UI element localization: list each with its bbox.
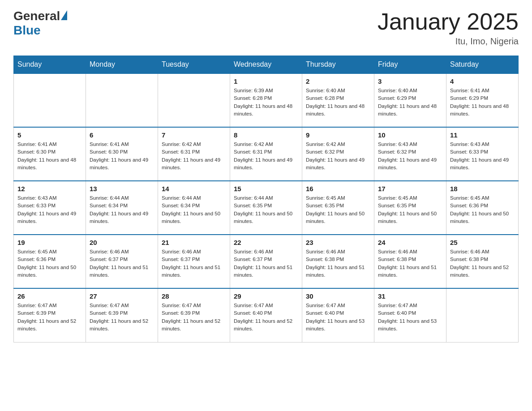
calendar-cell: 15Sunrise: 6:44 AMSunset: 6:35 PMDayligh…: [230, 181, 302, 235]
day-info: Sunrise: 6:43 AMSunset: 6:32 PMDaylight:…: [378, 141, 442, 171]
calendar-cell: 3Sunrise: 6:40 AMSunset: 6:29 PMDaylight…: [374, 73, 446, 127]
day-info: Sunrise: 6:45 AMSunset: 6:36 PMDaylight:…: [17, 248, 82, 279]
day-of-week-header: Tuesday: [158, 56, 230, 74]
day-number: 29: [234, 292, 298, 300]
calendar-week-row: 5Sunrise: 6:41 AMSunset: 6:30 PMDaylight…: [14, 127, 519, 181]
day-number: 24: [378, 239, 442, 246]
day-info: Sunrise: 6:44 AMSunset: 6:34 PMDaylight:…: [162, 194, 226, 225]
calendar-week-row: 12Sunrise: 6:43 AMSunset: 6:33 PMDayligh…: [14, 181, 519, 235]
calendar-week-row: 1Sunrise: 6:39 AMSunset: 6:28 PMDaylight…: [14, 73, 519, 127]
calendar-body: 1Sunrise: 6:39 AMSunset: 6:28 PMDaylight…: [14, 73, 519, 342]
day-number: 19: [17, 239, 82, 246]
calendar-cell: 5Sunrise: 6:41 AMSunset: 6:30 PMDaylight…: [14, 127, 86, 181]
calendar-cell: 1Sunrise: 6:39 AMSunset: 6:28 PMDaylight…: [230, 73, 302, 127]
day-number: 15: [234, 185, 298, 193]
logo: General Blue: [13, 9, 67, 38]
day-info: Sunrise: 6:42 AMSunset: 6:31 PMDaylight:…: [162, 141, 226, 171]
day-number: 12: [17, 185, 82, 193]
day-info: Sunrise: 6:39 AMSunset: 6:28 PMDaylight:…: [234, 87, 298, 118]
day-number: 5: [17, 131, 82, 139]
calendar-cell: 4Sunrise: 6:41 AMSunset: 6:29 PMDaylight…: [446, 73, 519, 127]
day-info: Sunrise: 6:41 AMSunset: 6:30 PMDaylight:…: [17, 141, 82, 171]
day-of-week-header: Wednesday: [230, 56, 302, 74]
day-of-week-header: Monday: [86, 56, 158, 74]
calendar-header: SundayMondayTuesdayWednesdayThursdayFrid…: [14, 56, 519, 74]
day-of-week-header: Saturday: [446, 56, 519, 74]
calendar-cell: 27Sunrise: 6:47 AMSunset: 6:39 PMDayligh…: [86, 288, 158, 342]
day-number: 26: [17, 292, 82, 300]
page-header: General Blue January 2025 Itu, Imo, Nige…: [13, 9, 519, 47]
day-info: Sunrise: 6:42 AMSunset: 6:32 PMDaylight:…: [306, 141, 370, 171]
calendar-cell: [158, 73, 230, 127]
calendar-cell: 20Sunrise: 6:46 AMSunset: 6:37 PMDayligh…: [86, 235, 158, 288]
day-number: 17: [378, 185, 442, 193]
day-info: Sunrise: 6:44 AMSunset: 6:35 PMDaylight:…: [234, 194, 298, 225]
day-number: 23: [306, 239, 370, 246]
day-number: 21: [162, 239, 226, 246]
calendar-cell: 26Sunrise: 6:47 AMSunset: 6:39 PMDayligh…: [14, 288, 86, 342]
day-number: 18: [450, 185, 515, 193]
day-info: Sunrise: 6:41 AMSunset: 6:29 PMDaylight:…: [450, 87, 515, 118]
calendar-week-row: 19Sunrise: 6:45 AMSunset: 6:36 PMDayligh…: [14, 235, 519, 288]
calendar-cell: 28Sunrise: 6:47 AMSunset: 6:39 PMDayligh…: [158, 288, 230, 342]
calendar-cell: 19Sunrise: 6:45 AMSunset: 6:36 PMDayligh…: [14, 235, 86, 288]
calendar-cell: 22Sunrise: 6:46 AMSunset: 6:37 PMDayligh…: [230, 235, 302, 288]
day-number: 6: [90, 131, 154, 139]
calendar-cell: 24Sunrise: 6:46 AMSunset: 6:38 PMDayligh…: [374, 235, 446, 288]
calendar-cell: 12Sunrise: 6:43 AMSunset: 6:33 PMDayligh…: [14, 181, 86, 235]
day-number: 25: [450, 239, 515, 246]
day-number: 9: [306, 131, 370, 139]
day-of-week-header: Sunday: [14, 56, 86, 74]
calendar-cell: 23Sunrise: 6:46 AMSunset: 6:38 PMDayligh…: [302, 235, 374, 288]
day-number: 22: [234, 239, 298, 246]
day-number: 31: [378, 292, 442, 300]
day-of-week-header: Friday: [374, 56, 446, 74]
calendar-cell: 29Sunrise: 6:47 AMSunset: 6:40 PMDayligh…: [230, 288, 302, 342]
day-number: 14: [162, 185, 226, 193]
day-info: Sunrise: 6:47 AMSunset: 6:39 PMDaylight:…: [162, 302, 226, 333]
day-number: 13: [90, 185, 154, 193]
day-info: Sunrise: 6:47 AMSunset: 6:40 PMDaylight:…: [306, 302, 370, 333]
day-info: Sunrise: 6:45 AMSunset: 6:36 PMDaylight:…: [450, 194, 515, 225]
day-info: Sunrise: 6:45 AMSunset: 6:35 PMDaylight:…: [378, 194, 442, 225]
calendar-cell: 2Sunrise: 6:40 AMSunset: 6:28 PMDaylight…: [302, 73, 374, 127]
calendar-cell: 8Sunrise: 6:42 AMSunset: 6:31 PMDaylight…: [230, 127, 302, 181]
calendar-cell: 31Sunrise: 6:47 AMSunset: 6:40 PMDayligh…: [374, 288, 446, 342]
calendar-cell: 14Sunrise: 6:44 AMSunset: 6:34 PMDayligh…: [158, 181, 230, 235]
calendar-cell: 6Sunrise: 6:41 AMSunset: 6:30 PMDaylight…: [86, 127, 158, 181]
day-number: 7: [162, 131, 226, 139]
days-of-week-row: SundayMondayTuesdayWednesdayThursdayFrid…: [14, 56, 519, 74]
day-number: 30: [306, 292, 370, 300]
day-number: 28: [162, 292, 226, 300]
day-number: 8: [234, 131, 298, 139]
day-info: Sunrise: 6:46 AMSunset: 6:38 PMDaylight:…: [450, 248, 515, 279]
day-of-week-header: Thursday: [302, 56, 374, 74]
calendar-cell: 30Sunrise: 6:47 AMSunset: 6:40 PMDayligh…: [302, 288, 374, 342]
day-info: Sunrise: 6:46 AMSunset: 6:37 PMDaylight:…: [162, 248, 226, 279]
day-info: Sunrise: 6:40 AMSunset: 6:28 PMDaylight:…: [306, 87, 370, 118]
day-info: Sunrise: 6:46 AMSunset: 6:37 PMDaylight:…: [234, 248, 298, 279]
day-info: Sunrise: 6:46 AMSunset: 6:38 PMDaylight:…: [378, 248, 442, 279]
calendar-cell: 10Sunrise: 6:43 AMSunset: 6:32 PMDayligh…: [374, 127, 446, 181]
calendar-table: SundayMondayTuesdayWednesdayThursdayFrid…: [13, 56, 519, 342]
day-info: Sunrise: 6:46 AMSunset: 6:37 PMDaylight:…: [90, 248, 154, 279]
day-number: 11: [450, 131, 515, 139]
day-number: 4: [450, 77, 515, 85]
day-number: 27: [90, 292, 154, 300]
logo-general-text: General: [13, 9, 60, 23]
logo-triangle-icon: [61, 10, 67, 20]
day-number: 3: [378, 77, 442, 85]
title-block: January 2025 Itu, Imo, Nigeria: [378, 9, 519, 47]
day-info: Sunrise: 6:47 AMSunset: 6:39 PMDaylight:…: [17, 302, 82, 333]
calendar-cell: 18Sunrise: 6:45 AMSunset: 6:36 PMDayligh…: [446, 181, 519, 235]
calendar-week-row: 26Sunrise: 6:47 AMSunset: 6:39 PMDayligh…: [14, 288, 519, 342]
calendar-title: January 2025: [378, 9, 519, 34]
calendar-subtitle: Itu, Imo, Nigeria: [378, 36, 519, 47]
calendar-cell: 17Sunrise: 6:45 AMSunset: 6:35 PMDayligh…: [374, 181, 446, 235]
day-info: Sunrise: 6:47 AMSunset: 6:39 PMDaylight:…: [90, 302, 154, 333]
calendar-cell: 9Sunrise: 6:42 AMSunset: 6:32 PMDaylight…: [302, 127, 374, 181]
day-info: Sunrise: 6:40 AMSunset: 6:29 PMDaylight:…: [378, 87, 442, 118]
day-info: Sunrise: 6:41 AMSunset: 6:30 PMDaylight:…: [90, 141, 154, 171]
calendar-cell: 25Sunrise: 6:46 AMSunset: 6:38 PMDayligh…: [446, 235, 519, 288]
day-info: Sunrise: 6:43 AMSunset: 6:33 PMDaylight:…: [17, 194, 82, 225]
